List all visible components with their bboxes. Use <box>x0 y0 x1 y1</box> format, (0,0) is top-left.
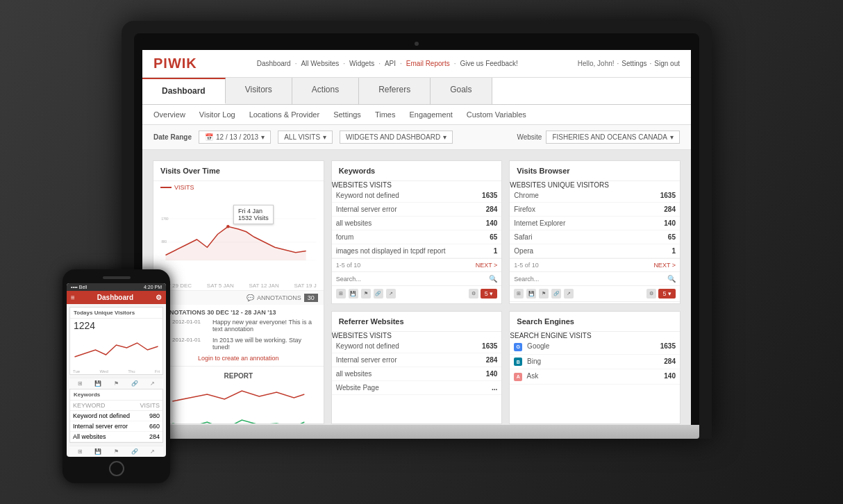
icon-save[interactable]: 💾 <box>349 289 358 299</box>
phone-icon-5[interactable]: ↗ <box>150 380 155 387</box>
annotation-login-link[interactable]: Login to create an annotation <box>160 355 317 362</box>
icon-link[interactable]: 🔗 <box>374 289 383 299</box>
phone-icon-10[interactable]: ↗ <box>150 448 155 455</box>
vb-value-2: 140 <box>664 219 676 227</box>
nav-all-websites[interactable]: All Websites <box>301 60 339 67</box>
signout-link[interactable]: Sign out <box>654 60 680 67</box>
phone-icon-2[interactable]: 💾 <box>94 380 101 387</box>
dashboard-select[interactable]: WIDGETS AND DASHBOARD ▾ <box>340 131 453 144</box>
icon-flag[interactable]: ⚑ <box>361 289 371 299</box>
icon-share[interactable]: ↗ <box>386 289 396 299</box>
chart-legend-line <box>160 187 172 188</box>
subtab-settings[interactable]: Settings <box>333 109 361 120</box>
ref-row-2: all websites 140 <box>332 367 502 381</box>
tab-dashboard[interactable]: Dashboard <box>142 78 226 104</box>
top-nav-links: Dashboard· All Websites· Widgets· API· E… <box>257 60 518 67</box>
ref-label-1: Internal server error <box>336 356 486 364</box>
vb-icon-export[interactable]: ⊞ <box>514 289 524 299</box>
vb-search-icon: 🔍 <box>667 275 676 283</box>
se-value-2: 140 <box>664 372 676 381</box>
vb-row-2: Internet Explorer 140 <box>510 217 680 230</box>
tooltip-value: 1532 Visits <box>238 215 269 221</box>
vb-action-icons: ⊞ 💾 ⚑ 🔗 ↗ ⚙ 5 ▾ <box>510 285 680 301</box>
keywords-search-icon: 🔍 <box>489 275 497 283</box>
vb-search-input[interactable] <box>514 276 667 283</box>
visits-browser-title: Visits Browser <box>517 167 569 175</box>
se-label-0: G Google <box>514 342 660 351</box>
nav-feedback[interactable]: Give us Feedback! <box>460 60 517 67</box>
tab-visitors[interactable]: Visitors <box>226 78 292 104</box>
keywords-next[interactable]: NEXT > <box>476 262 498 269</box>
kw-label-3: forum <box>336 233 490 241</box>
phone-icon-7[interactable]: 💾 <box>94 448 101 455</box>
tab-referers[interactable]: Referers <box>359 78 431 104</box>
vb-label-1: Firefox <box>514 205 664 213</box>
tab-actions[interactable]: Actions <box>292 78 359 104</box>
annotation-text-1: Happy new year everyone! This is a text … <box>212 319 317 333</box>
keywords-pagination: 1-5 of 10 NEXT > <box>332 258 502 271</box>
segment-select[interactable]: ALL VISITS ▾ <box>278 131 333 144</box>
keywords-search-input[interactable] <box>336 276 490 283</box>
phone-icon-1[interactable]: ⊞ <box>78 380 83 387</box>
phone-kw-label-1: Internal server error <box>73 423 128 430</box>
subtab-times[interactable]: Times <box>375 109 396 120</box>
settings-link[interactable]: Settings <box>621 60 646 67</box>
annotation-item-2: ★ 2012-01-01 In 2013 we will be working.… <box>160 337 317 351</box>
subtab-custom-variables[interactable]: Custom Variables <box>467 109 526 120</box>
phone-icon-4[interactable]: 🔗 <box>131 380 138 387</box>
tab-goals[interactable]: Goals <box>431 78 492 104</box>
page-num[interactable]: 5 ▾ <box>481 289 498 299</box>
subtab-visitor-log[interactable]: Visitor Log <box>199 109 235 120</box>
vb-icon-link[interactable]: 🔗 <box>551 289 561 299</box>
kw-label-1: Internal server error <box>336 205 486 213</box>
vb-value-3: 65 <box>668 233 676 241</box>
phone-kw-value-2: 284 <box>149 433 160 440</box>
phone-home-button[interactable] <box>109 461 124 476</box>
nav-widgets[interactable]: Widgets <box>349 60 374 67</box>
vb-value-0: 1635 <box>660 192 676 199</box>
phone-icon-3[interactable]: ⚑ <box>114 380 119 387</box>
phone-icon-8[interactable]: ⚑ <box>114 448 119 455</box>
ref-value-3: ... <box>492 384 497 392</box>
phone-stat-header: Todays Unique Visitors <box>70 308 162 319</box>
date-range-label: Date Range <box>153 133 192 141</box>
annotations-period: ANNOTATIONS 30 DEC '12 - 28 JAN '13 <box>160 309 317 316</box>
annotation-icon: 💬 <box>247 294 254 301</box>
subtab-locations[interactable]: Locations & Provider <box>249 109 320 120</box>
vb-icon-share[interactable]: ↗ <box>564 289 574 299</box>
phone-menu-icon[interactable]: ≡ <box>71 294 75 301</box>
webcam <box>415 42 419 46</box>
kw-value-1: 284 <box>486 205 498 213</box>
vb-settings-btn[interactable]: ⚙ <box>646 289 656 299</box>
phone-icon-6[interactable]: ⊞ <box>78 448 83 455</box>
vb-page-num[interactable]: 5 ▾ <box>658 289 676 299</box>
top-nav: PIWIK Dashboard· All Websites· Widgets· … <box>142 50 691 78</box>
vb-next[interactable]: NEXT > <box>653 262 676 269</box>
vb-label-4: Opera <box>514 247 671 255</box>
laptop: PIWIK Dashboard· All Websites· Widgets· … <box>122 21 712 439</box>
vb-pagination: 1-5 of 10 NEXT > <box>510 258 680 271</box>
chart-x-labels: SAT 29 DEC SAT 5 JAN SAT 12 JAN SAT 19 J <box>153 281 324 290</box>
kw-label-0: Keyword not defined <box>336 192 482 199</box>
settings-btn[interactable]: ⚙ <box>469 289 478 299</box>
vb-icon-save[interactable]: 💾 <box>526 289 536 299</box>
vb-value-4: 1 <box>671 247 676 255</box>
website-select-area: Website FISHERIES AND OCEANS CANADA ▾ <box>517 131 680 144</box>
referrer-title: Referrer Websites <box>339 317 404 326</box>
phone-signal: •••• Bell <box>71 285 87 289</box>
phone-screen: •••• Bell 4:20 PM ≡ Dashboard ⚙ Todays U… <box>67 283 166 457</box>
nav-api[interactable]: API <box>385 60 396 67</box>
date-select[interactable]: 📅 12 / 13 / 2013 ▾ <box>199 131 271 144</box>
phone-stats-widget: Todays Unique Visitors 1224 TueWedThuFri <box>69 307 163 375</box>
subtab-engagement[interactable]: Engagement <box>409 109 452 120</box>
subtab-overview[interactable]: Overview <box>153 109 185 120</box>
phone-icon-9[interactable]: 🔗 <box>131 448 138 455</box>
phone-settings-icon[interactable]: ⚙ <box>156 294 162 301</box>
vb-value-1: 284 <box>664 205 676 213</box>
nav-email-reports[interactable]: Email Reports <box>406 60 450 67</box>
vb-icon-flag[interactable]: ⚑ <box>539 289 549 299</box>
website-dropdown[interactable]: FISHERIES AND OCEANS CANADA ▾ <box>546 131 680 144</box>
annotation-count: 30 <box>304 294 318 302</box>
icon-export[interactable]: ⊞ <box>336 289 346 299</box>
nav-dashboard[interactable]: Dashboard <box>257 60 291 67</box>
